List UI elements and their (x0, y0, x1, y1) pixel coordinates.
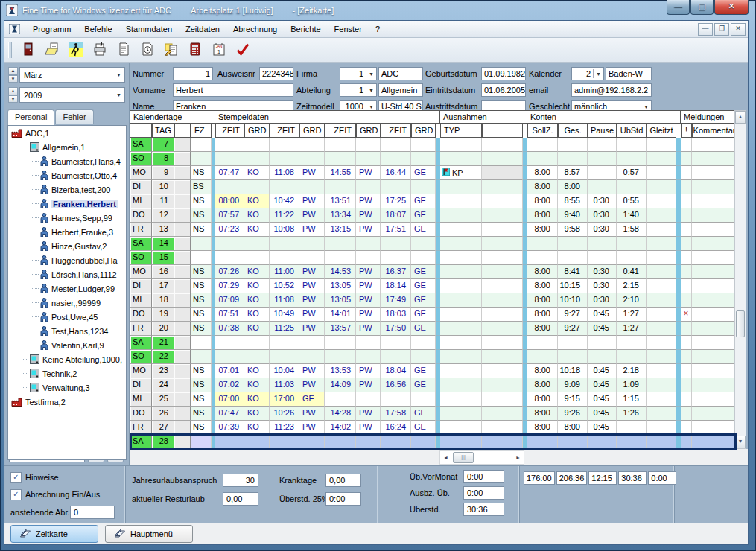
stamp-time-cell[interactable] (325, 336, 356, 350)
stamp-code-cell[interactable]: PW (299, 378, 325, 392)
stamp-time-cell[interactable] (381, 237, 411, 251)
toolbar-print-button[interactable] (89, 40, 110, 60)
weekday-cell[interactable]: FR (130, 322, 152, 336)
konten-cell[interactable]: 10:10 (558, 293, 588, 308)
scroll-right-arrow[interactable]: ► (512, 452, 524, 463)
konten-cell[interactable] (617, 336, 647, 350)
scroll-left-arrow[interactable]: ◄ (440, 452, 451, 463)
scroll-down-arrow[interactable]: ▼ (735, 436, 746, 448)
kranktage-value[interactable]: 0,00 (325, 474, 361, 487)
tree-item[interactable]: Huggendubbel,Ha (8, 253, 126, 267)
tree-item[interactable]: Hinze,Gustav,2 (8, 239, 126, 253)
konten-cell[interactable]: 8:00 (527, 293, 558, 308)
stamp-code-cell[interactable] (411, 350, 436, 364)
stamp-code-cell[interactable] (411, 435, 436, 449)
stamp-time-cell[interactable] (270, 138, 299, 152)
weekday-cell[interactable]: DI (130, 378, 152, 392)
stamp-time-cell[interactable] (270, 251, 299, 265)
stamp-time-cell[interactable]: 13:53 (325, 364, 356, 378)
stamp-code-cell[interactable] (244, 138, 270, 152)
konten-cell[interactable] (647, 407, 676, 421)
warning-cell[interactable] (681, 293, 692, 308)
stamp-time-cell[interactable] (215, 251, 244, 265)
table-row[interactable]: SA21 (130, 336, 737, 350)
column-header-zeit[interactable]: ZEIT (215, 123, 244, 138)
stamp-code-cell[interactable]: PW (356, 194, 381, 208)
warning-cell[interactable] (681, 336, 692, 350)
exception-typ-cell[interactable] (440, 378, 482, 392)
exception-typ-cell[interactable] (440, 336, 482, 350)
stamp-time-cell[interactable] (215, 237, 244, 251)
stamp-code-cell[interactable]: GE (411, 364, 436, 378)
mdi-minimize-button[interactable]: — (698, 23, 713, 36)
row-spacer-cell[interactable] (174, 378, 191, 392)
stamp-code-cell[interactable] (244, 180, 270, 194)
exception-typ-cell[interactable] (440, 435, 482, 449)
day-number-cell[interactable]: 24 (152, 378, 174, 392)
comment-cell[interactable] (692, 364, 737, 378)
year-spinner-down[interactable]: ▼ (8, 95, 18, 103)
comment-cell[interactable] (692, 251, 737, 265)
exception-typ-cell[interactable] (440, 421, 482, 435)
exception-extra-cell[interactable] (482, 152, 523, 166)
exception-typ-cell[interactable] (440, 223, 482, 237)
exception-typ-cell[interactable] (440, 208, 482, 223)
form-field-eintrittsdatum[interactable]: 01.06.2005 (481, 83, 526, 97)
konten-cell[interactable]: 0:45 (588, 364, 617, 378)
stamp-code-cell[interactable] (411, 392, 436, 407)
toolbar-exit-button[interactable] (18, 40, 39, 60)
stamp-code-cell[interactable]: PW (299, 293, 325, 308)
stamp-code-cell[interactable]: GE (411, 308, 436, 322)
konten-cell[interactable] (558, 350, 588, 364)
fz-cell[interactable]: NS (191, 322, 212, 336)
konten-cell[interactable] (647, 265, 676, 279)
row-spacer-cell[interactable] (174, 322, 191, 336)
konten-cell[interactable] (647, 194, 676, 208)
konten-cell[interactable] (588, 336, 617, 350)
stamp-code-cell[interactable]: PW (299, 208, 325, 223)
stamp-time-cell[interactable]: 17:49 (381, 293, 411, 308)
konten-cell[interactable]: 0:45 (588, 421, 617, 435)
stamp-time-cell[interactable]: 13:15 (325, 223, 356, 237)
konten-cell[interactable]: 1:58 (617, 223, 647, 237)
table-row[interactable]: SO15 (130, 251, 737, 265)
konten-cell[interactable] (617, 180, 647, 194)
konten-cell[interactable]: 8:00 (527, 407, 558, 421)
stamp-time-cell[interactable]: 16:44 (381, 166, 411, 180)
day-number-cell[interactable]: 14 (152, 237, 174, 251)
form-combo-kalender_nr[interactable]: 2▼ (571, 67, 604, 80)
stamp-time-cell[interactable]: 10:26 (270, 407, 299, 421)
table-row[interactable]: MO23NS07:01KO10:04PW13:53PW18:04GE8:0010… (130, 364, 737, 378)
konten-cell[interactable] (527, 350, 558, 364)
column-header-gleitzt[interactable]: Gleitzt (647, 123, 676, 138)
stamp-time-cell[interactable]: 14:02 (325, 421, 356, 435)
weekday-cell[interactable]: MI (130, 392, 152, 407)
stamp-code-cell[interactable]: PW (356, 208, 381, 223)
stamp-code-cell[interactable]: KO (244, 407, 270, 421)
row-spacer-cell[interactable] (174, 421, 191, 435)
day-number-cell[interactable]: 15 (152, 251, 174, 265)
konten-cell[interactable] (647, 322, 676, 336)
stamp-time-cell[interactable]: 13:34 (325, 208, 356, 223)
stamp-time-cell[interactable]: 07:57 (215, 208, 244, 223)
vertical-scroll-thumb[interactable] (736, 310, 745, 337)
fz-cell[interactable]: NS (191, 308, 212, 322)
weekday-cell[interactable]: SA (130, 435, 152, 449)
konten-cell[interactable] (558, 251, 588, 265)
konten-cell[interactable]: 9:09 (558, 378, 588, 392)
mdi-close-button[interactable]: ✕ (731, 23, 746, 36)
stamp-time-cell[interactable]: 07:47 (215, 407, 244, 421)
anstehende-value[interactable]: 0 (70, 506, 115, 519)
stamp-code-cell[interactable]: PW (356, 421, 381, 435)
stamp-code-cell[interactable]: KO (244, 166, 270, 180)
stamp-code-cell[interactable]: KO (244, 194, 270, 208)
weekday-cell[interactable]: DO (130, 208, 152, 223)
tree-item[interactable]: Technik,2 (8, 366, 126, 380)
exception-typ-cell[interactable] (440, 308, 482, 322)
konten-cell[interactable]: 10:15 (558, 279, 588, 293)
form-field-nummer[interactable]: 1 (173, 67, 213, 80)
row-spacer-cell[interactable] (174, 308, 191, 322)
stamp-code-cell[interactable]: PW (299, 407, 325, 421)
konten-cell[interactable]: 0:57 (617, 166, 647, 180)
exception-typ-cell[interactable] (440, 265, 482, 279)
